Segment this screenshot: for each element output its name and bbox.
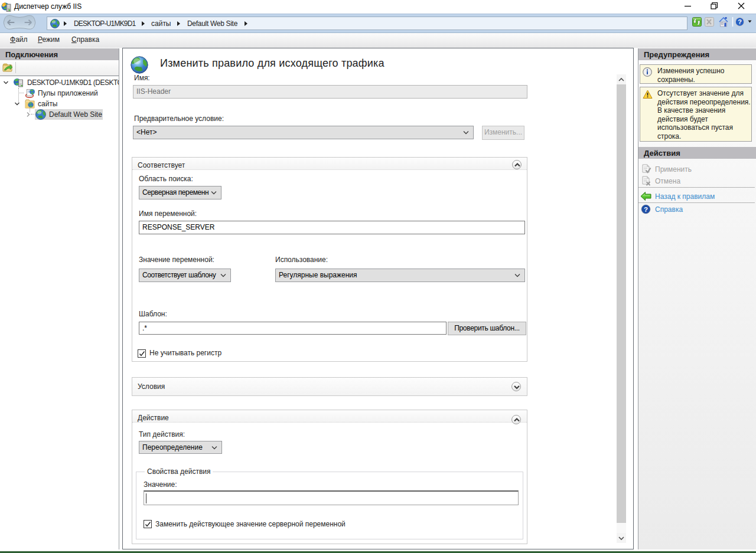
svg-text:?: ?: [738, 18, 742, 25]
svg-text:?: ?: [644, 206, 648, 213]
